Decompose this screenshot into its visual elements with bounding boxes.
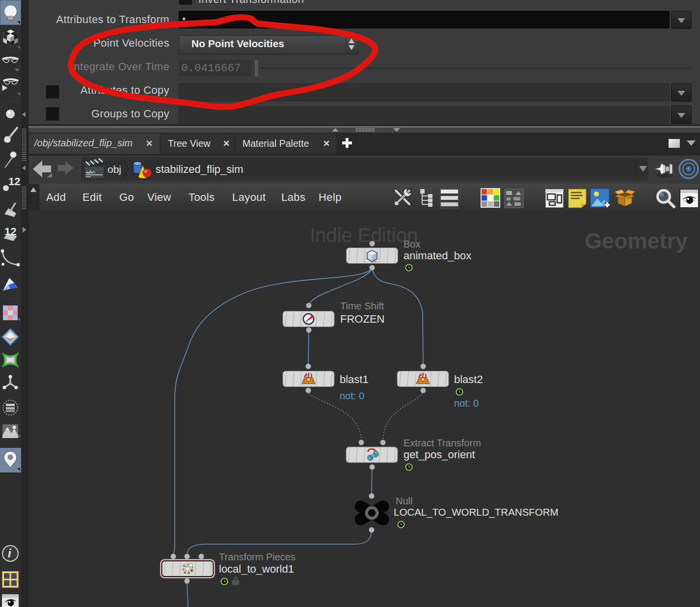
svg-text:Indie Edition: Indie Edition [310,224,418,246]
svg-text:12: 12 [8,175,20,188]
svg-text:animated_box: animated_box [404,249,471,262]
svg-text:FROZEN: FROZEN [340,313,384,325]
svg-text:Box: Box [404,239,420,249]
svg-text:Null: Null [396,496,412,506]
svg-text:Geometry: Geometry [585,228,688,253]
svg-text:get_pos_orient: get_pos_orient [404,448,475,461]
svg-text:Time Shift: Time Shift [340,301,384,311]
svg-text:blast1: blast1 [340,373,369,386]
svg-text:Transform Pieces: Transform Pieces [219,552,296,562]
svg-text:blast2: blast2 [454,373,483,386]
svg-text:not: 0: not: 0 [454,398,479,409]
svg-text:LOCAL_TO_WORLD_TRANSFORM: LOCAL_TO_WORLD_TRANSFORM [394,506,559,518]
svg-text:12: 12 [4,225,16,238]
svg-text:Extract Transform: Extract Transform [404,438,481,448]
svg-text:not: 0: not: 0 [340,390,364,401]
svg-text:local_to_world1: local_to_world1 [219,563,294,575]
